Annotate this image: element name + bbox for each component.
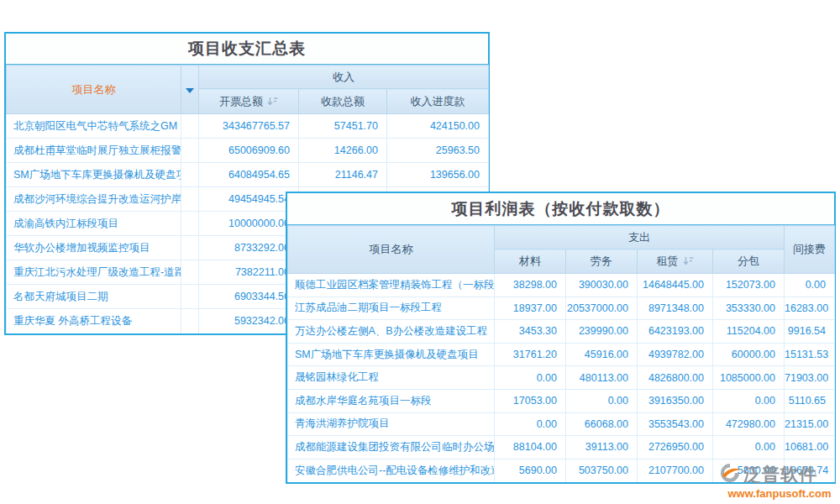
material-value: 3453.30 [495,320,566,344]
subcontract-value: 0.00 [713,436,785,459]
indirect-value: 10681.00 [785,436,835,459]
subcontract-value: 152073.00 [713,274,785,297]
project-name-link[interactable]: 重庆江北污水处理厂级改造工程-道路 [7,260,181,285]
invoiced-value: 8733292.00 [199,236,299,260]
project-name-link[interactable]: 北京朝阳区电气中芯特气系统之GM [7,114,181,139]
labor-value: 0.00 [566,389,638,412]
profit-group-header: 支出 [495,226,785,249]
profit-table-grid: 项目名称 支出 间接费 材料 劳务 租赁 分包 顺德工业园区档案管理精装饰工程（… [287,225,835,482]
rental-value: 2107700.00 [638,459,713,482]
project-name-link[interactable]: 名都天府城项目二期 [7,285,181,309]
labor-value: 45916.00 [566,343,638,366]
income-filter-dropdown[interactable] [181,66,199,114]
fanpu-logo-icon [719,462,741,487]
invoiced-value: 5932342.00 [199,309,299,333]
indirect-value: 71903.00 [785,366,835,390]
received-value: 57451.70 [299,114,387,139]
project-name-link[interactable]: 青海洪湖养护院项目 [288,412,495,436]
project-name-link[interactable]: 晟铭园林绿化工程 [288,366,495,390]
subcontract-value: 60000.00 [713,343,785,366]
indirect-value: 16283.00 [785,297,835,320]
income-col-progress[interactable]: 收入进度款 [387,89,489,114]
material-value: 0.00 [495,366,566,390]
project-name-link[interactable]: 江苏成品油二期项目一标段工程 [288,297,495,320]
material-value: 17053.00 [495,389,566,412]
profit-col-subcontract[interactable]: 分包 [713,249,785,274]
profit-table: 项目利润表（按收付款取数） 项目名称 支出 间接费 材料 劳务 租赁 分包 [286,192,836,484]
income-col-received[interactable]: 收款总额 [299,89,387,114]
project-name-link[interactable]: 万达办公楼左侧A、B办公楼改造建设工程 [288,320,495,344]
subcontract-value: 115204.00 [713,320,785,344]
labor-value: 66068.00 [566,412,638,436]
table-row: SM广场地下车库更换摄像机及硬盘项 64084954.65 21146.47 1… [7,163,489,187]
project-name-link[interactable]: 成都能源建设集团投资有限公司临时办公场所 [288,436,495,459]
progress-value: 139656.00 [387,163,489,187]
table-row: 成都能源建设集团投资有限公司临时办公场所 88104.00 39113.00 2… [288,436,835,459]
project-name-link[interactable]: 重庆华夏 外高桥工程设备 [7,309,181,333]
indirect-value: 5110.65 [785,389,835,412]
subcontract-value: 0.00 [713,389,785,412]
material-value: 5690.00 [495,459,566,482]
indirect-value: 0.00 [785,274,835,297]
table-row: 青海洪湖养护院项目 0.00 66068.00 3553543.00 47298… [288,412,835,436]
profit-col-rental[interactable]: 租赁 [638,249,713,274]
received-value: 21146.47 [299,163,387,187]
rental-value: 3916350.00 [638,389,713,412]
profit-col-project[interactable]: 项目名称 [288,226,495,274]
profit-col-indirect[interactable]: 间接费 [785,226,835,274]
profit-col-labor[interactable]: 劳务 [566,249,638,274]
labor-value: 39113.00 [566,436,638,459]
labor-value: 503750.00 [566,459,638,482]
indirect-value: 21315.00 [785,412,835,436]
income-group-header: 收入 [199,66,489,89]
rental-value: 3553543.00 [638,412,713,436]
income-col-project[interactable]: 项目名称 [7,66,181,114]
project-name-link[interactable]: 顺德工业园区档案管理精装饰工程（一标段） [288,274,495,297]
material-value: 31761.20 [495,343,566,366]
project-name-link[interactable]: 成都杜甫草堂临时展厅独立展柜报警 [7,139,181,163]
income-col-invoiced[interactable]: 开票总额 [199,89,299,114]
profit-col-material[interactable]: 材料 [495,249,566,274]
vendor-watermark: 泛普软件 www.fanpusoft.com [719,462,840,500]
invoiced-value: 6903344.56 [199,285,299,309]
indirect-value: 9916.54 [785,320,835,344]
labor-value: 390030.00 [566,274,638,297]
sort-descending-icon [267,96,278,108]
table-row: 万达办公楼左侧A、B办公楼改造建设工程 3453.30 239990.00 64… [288,320,835,344]
subcontract-value: 472980.00 [713,412,785,436]
table-row: 北京朝阳区电气中芯特气系统之GM 343467765.57 57451.70 4… [7,114,489,139]
invoiced-value: 7382211.00 [199,260,299,285]
page: 项目收支汇总表 项目名称 收入 开票总额 收款总额 收入进度款 北京朝 [0,0,840,504]
received-value: 14266.00 [299,139,387,163]
watermark-url-text: www.fanpusoft.com [719,488,840,500]
material-value: 0.00 [495,412,566,436]
progress-value: 25963.50 [387,139,489,163]
project-name-link[interactable]: 成都沙河环境综合提升改造运河护岸 [7,187,181,212]
table-row: 成都杜甫草堂临时展厅独立展柜报警 65006909.60 14266.00 25… [7,139,489,163]
table-row: 江苏成品油二期项目一标段工程 18937.00 20537000.00 8971… [288,297,835,320]
income-table-title: 项目收支汇总表 [6,34,488,65]
profit-table-title: 项目利润表（按收付款取数） [287,193,834,225]
project-name-link[interactable]: SM广场地下车库更换摄像机及硬盘项 [7,163,181,187]
project-name-link[interactable]: 成渝高铁内江标段项目 [7,212,181,236]
material-value: 18937.00 [495,297,566,320]
labor-value: 480113.00 [566,366,638,390]
table-row: SM广场地下车库更换摄像机及硬盘项目 31761.20 45916.00 493… [288,343,835,366]
material-value: 38298.00 [495,274,566,297]
labor-value: 239990.00 [566,320,638,344]
project-name-link[interactable]: 成都水岸华庭名苑项目一标段 [288,389,495,412]
table-row: 晟铭园林绿化工程 0.00 480113.00 4826800.00 10850… [288,366,835,390]
labor-value: 20537000.00 [566,297,638,320]
rental-value: 2726950.00 [638,436,713,459]
subcontract-value: 1085000.00 [713,366,785,390]
rental-value: 14648445.00 [638,274,713,297]
indirect-value: 15131.53 [785,343,835,366]
chevron-down-icon [186,88,194,93]
subcontract-value: 353330.00 [713,297,785,320]
watermark-brand-text: 泛普软件 [743,465,817,484]
project-name-link[interactable]: 安徽合肥供电公司--配电设备检修维护和改造 [288,459,495,482]
project-name-link[interactable]: 华软办公楼增加视频监控项目 [7,236,181,260]
project-name-link[interactable]: SM广场地下车库更换摄像机及硬盘项目 [288,343,495,366]
invoiced-value: 343467765.57 [199,114,299,139]
invoiced-value: 10000000.00 [199,212,299,236]
